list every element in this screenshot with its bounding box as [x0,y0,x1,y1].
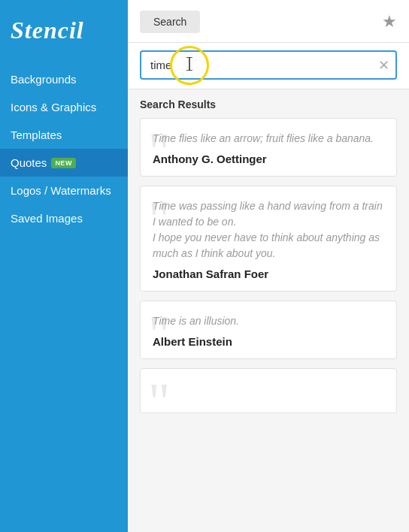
results-outer: Search Results " Time flies like an arro… [128,89,409,532]
clear-search-icon[interactable]: ✕ [378,59,389,72]
quote-card-2[interactable]: " Time is an illusion. Albert Einstein [140,301,397,359]
sidebar-item-label: Logos / Watermarks [11,184,111,197]
quote-text-1: Time was passing like a hand waving from… [153,198,384,261]
quote-author-0: Anthony G. Oettinger [153,153,384,165]
quote-author-2: Albert Einstein [153,335,384,348]
search-input[interactable] [140,50,397,80]
topbar: Search ★ [128,0,409,43]
sidebar-item-label: Icons & Graphics [11,101,96,113]
favorites-icon[interactable]: ★ [382,12,397,32]
search-input-wrapper: ✕ [140,50,397,80]
search-tab-button[interactable]: Search [140,11,200,33]
sidebar: Stencil Backgrounds Icons & Graphics Tem… [0,0,128,532]
quote-mark-bg: " [148,375,170,413]
quote-text-2: Time is an illusion. [153,313,384,329]
quote-card-0[interactable]: " Time flies like an arrow; fruit flies … [140,118,397,177]
sidebar-item-label: Quotes [11,156,47,169]
quote-card-1[interactable]: " Time was passing like a hand waving fr… [140,186,397,292]
quote-card-3[interactable]: " [140,368,397,413]
sidebar-item-templates[interactable]: Templates [0,121,128,149]
results-area: Search Results " Time flies like an arro… [128,89,409,532]
sidebar-item-quotes[interactable]: Quotes NEW [0,149,128,177]
sidebar-item-label: Templates [11,128,62,141]
quote-author-1: Jonathan Safran Foer [153,268,384,280]
new-badge: NEW [51,158,76,168]
sidebar-item-label: Backgrounds [11,73,77,86]
sidebar-item-logos-watermarks[interactable]: Logos / Watermarks [0,177,128,204]
sidebar-item-saved-images[interactable]: Saved Images [0,204,128,232]
sidebar-item-backgrounds[interactable]: Backgrounds [0,65,128,93]
search-area: ✕ [128,43,409,89]
sidebar-item-icons-graphics[interactable]: Icons & Graphics [0,93,128,121]
sidebar-item-label: Saved Images [11,212,83,225]
app-logo: Stencil [0,0,128,58]
results-label: Search Results [140,98,397,110]
main-content: Search ★ ✕ Search Results " Time flies l… [128,0,409,532]
sidebar-nav: Backgrounds Icons & Graphics Templates Q… [0,65,128,232]
quote-text-0: Time flies like an arrow; fruit flies li… [153,131,384,147]
